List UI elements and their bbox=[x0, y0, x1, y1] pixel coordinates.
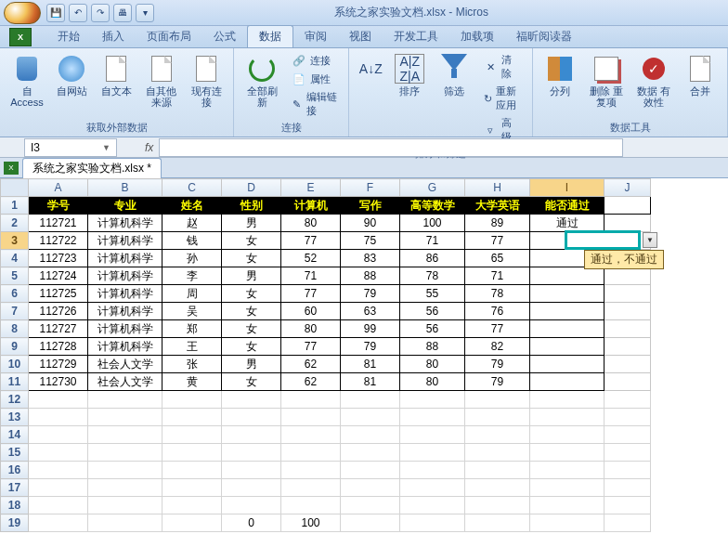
col-header[interactable]: I bbox=[530, 179, 604, 197]
existing-connections-button[interactable]: 现有连接 bbox=[187, 52, 226, 110]
cell[interactable]: 男 bbox=[222, 356, 281, 373]
cell[interactable]: 112730 bbox=[29, 373, 88, 391]
cell[interactable] bbox=[29, 514, 88, 532]
qat-redo-icon[interactable]: ↷ bbox=[91, 4, 110, 22]
cell[interactable] bbox=[530, 356, 604, 373]
cell[interactable]: 女 bbox=[222, 338, 281, 356]
cell[interactable]: 100 bbox=[400, 215, 465, 232]
cell[interactable] bbox=[400, 409, 465, 426]
cell[interactable]: 计算机科学 bbox=[88, 250, 162, 267]
col-header[interactable]: B bbox=[88, 179, 162, 197]
cell[interactable]: 77 bbox=[281, 338, 341, 356]
cell[interactable] bbox=[604, 373, 651, 391]
cell[interactable] bbox=[465, 391, 530, 409]
cell[interactable]: 88 bbox=[341, 267, 400, 285]
cell[interactable] bbox=[162, 409, 222, 426]
fx-label[interactable]: fx bbox=[145, 141, 153, 154]
cell[interactable]: 王 bbox=[162, 338, 222, 356]
validation-dropdown-list[interactable]: 通过，不通过 bbox=[584, 250, 664, 269]
row-header[interactable]: 5 bbox=[1, 267, 29, 285]
cell[interactable]: 赵 bbox=[162, 215, 222, 232]
cell[interactable]: 社会人文学 bbox=[88, 373, 162, 391]
row-header[interactable]: 18 bbox=[1, 497, 29, 514]
row-header[interactable]: 13 bbox=[1, 409, 29, 426]
select-all-corner[interactable] bbox=[1, 179, 29, 197]
cell[interactable] bbox=[222, 426, 281, 444]
tab-developer[interactable]: 开发工具 bbox=[383, 26, 449, 47]
cell[interactable] bbox=[88, 391, 162, 409]
cell[interactable] bbox=[222, 462, 281, 479]
qat-print-icon[interactable]: 🖶 bbox=[113, 4, 132, 22]
cell[interactable] bbox=[29, 479, 88, 497]
cell[interactable]: 周 bbox=[162, 285, 222, 303]
cell[interactable]: 女 bbox=[222, 232, 281, 250]
col-header[interactable]: J bbox=[604, 179, 651, 197]
tab-review[interactable]: 审阅 bbox=[293, 26, 338, 47]
cell[interactable]: 81 bbox=[341, 356, 400, 373]
row-header[interactable]: 9 bbox=[1, 338, 29, 356]
cell[interactable]: 计算机科学 bbox=[88, 303, 162, 320]
cell[interactable] bbox=[29, 409, 88, 426]
reapply-button[interactable]: ↻重新应用 bbox=[479, 84, 525, 113]
cell[interactable]: 112724 bbox=[29, 267, 88, 285]
tab-view[interactable]: 视图 bbox=[338, 26, 383, 47]
cell[interactable] bbox=[530, 426, 604, 444]
col-header[interactable]: C bbox=[162, 179, 222, 197]
cell[interactable] bbox=[604, 267, 651, 285]
cell[interactable] bbox=[341, 497, 400, 514]
row-header[interactable]: 8 bbox=[1, 320, 29, 338]
cell[interactable] bbox=[530, 232, 604, 250]
cell[interactable]: 56 bbox=[400, 320, 465, 338]
edit-links-button[interactable]: ✎编辑链接 bbox=[288, 89, 342, 119]
row-header[interactable]: 19 bbox=[1, 514, 29, 532]
cell[interactable]: 88 bbox=[400, 338, 465, 356]
cell[interactable] bbox=[281, 426, 341, 444]
cell[interactable]: 89 bbox=[465, 215, 530, 232]
cell[interactable] bbox=[29, 497, 88, 514]
cell[interactable] bbox=[465, 479, 530, 497]
row-header[interactable]: 10 bbox=[1, 356, 29, 373]
cell[interactable] bbox=[281, 462, 341, 479]
cell[interactable] bbox=[604, 479, 651, 497]
cell[interactable]: 112722 bbox=[29, 232, 88, 250]
cell[interactable]: 62 bbox=[281, 356, 341, 373]
cell[interactable]: 学号 bbox=[29, 197, 88, 215]
from-access-button[interactable]: 自 Access bbox=[7, 52, 46, 110]
cell[interactable]: 计算机科学 bbox=[88, 320, 162, 338]
cell[interactable]: 77 bbox=[465, 232, 530, 250]
row-header[interactable]: 12 bbox=[1, 391, 29, 409]
cell[interactable]: 女 bbox=[222, 250, 281, 267]
cell[interactable]: 77 bbox=[281, 232, 341, 250]
cell[interactable]: 郑 bbox=[162, 320, 222, 338]
col-header[interactable]: G bbox=[400, 179, 465, 197]
cell[interactable] bbox=[281, 479, 341, 497]
cell[interactable]: 71 bbox=[281, 267, 341, 285]
cell[interactable]: 76 bbox=[465, 303, 530, 320]
tab-page-layout[interactable]: 页面布局 bbox=[136, 26, 202, 47]
cell[interactable]: 81 bbox=[341, 373, 400, 391]
cell[interactable]: 112726 bbox=[29, 303, 88, 320]
row-header[interactable]: 4 bbox=[1, 250, 29, 267]
cell[interactable] bbox=[281, 497, 341, 514]
connections-button[interactable]: 🔗连接 bbox=[288, 52, 342, 69]
cell[interactable]: 黄 bbox=[162, 373, 222, 391]
row-header[interactable]: 1 bbox=[1, 197, 29, 215]
cell[interactable] bbox=[465, 409, 530, 426]
name-box[interactable]: I3 ▼ bbox=[24, 138, 117, 157]
cell[interactable]: 112721 bbox=[29, 215, 88, 232]
refresh-all-button[interactable]: 全部刷新 bbox=[241, 52, 281, 110]
clear-filter-button[interactable]: ✕清除 bbox=[479, 52, 525, 82]
col-header[interactable]: F bbox=[341, 179, 400, 197]
cell[interactable]: 78 bbox=[465, 285, 530, 303]
cell[interactable]: 0 bbox=[222, 514, 281, 532]
cell[interactable]: 71 bbox=[465, 267, 530, 285]
cell[interactable]: 计算机科学 bbox=[88, 232, 162, 250]
row-header[interactable]: 15 bbox=[1, 444, 29, 462]
cell[interactable] bbox=[29, 462, 88, 479]
cell[interactable]: 100 bbox=[281, 514, 341, 532]
cell[interactable] bbox=[88, 479, 162, 497]
cell[interactable] bbox=[604, 514, 651, 532]
cell[interactable]: 大学英语 bbox=[465, 197, 530, 215]
cell[interactable]: 79 bbox=[465, 356, 530, 373]
cell[interactable] bbox=[88, 462, 162, 479]
